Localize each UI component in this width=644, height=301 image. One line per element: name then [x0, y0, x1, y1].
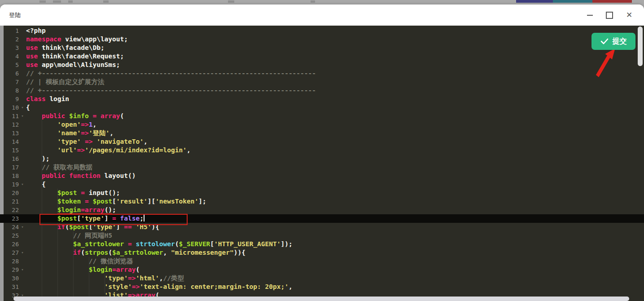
line-number: 30 [4, 274, 19, 283]
code-line[interactable]: 18 public function layout() [0, 172, 644, 180]
vertical-scrollbar[interactable] [638, 27, 643, 66]
code-line[interactable]: 5use app\model\AliyunSms; [0, 61, 644, 69]
close-icon: ✕ [626, 11, 632, 19]
code-text: // 获取布局数据 [26, 163, 92, 172]
line-number: 4 [4, 52, 19, 61]
code-line[interactable]: 3use think\facade\Db; [0, 44, 644, 52]
submit-button[interactable]: 提交 [591, 33, 635, 50]
fold-spacer [19, 69, 26, 78]
code-token: => [81, 121, 88, 128]
code-token: $token [57, 198, 81, 205]
code-line[interactable]: 27▾ if(strpos($a_strtolower, "micromesse… [0, 248, 644, 257]
code-line[interactable]: 2namespace view\app\layout; [0, 35, 644, 44]
fold-arrow-icon[interactable]: ▾ [19, 248, 26, 257]
code-lines[interactable]: 1<?php2namespace view\app\layout;3use th… [0, 27, 644, 300]
code-token: strpos [85, 249, 108, 256]
fold-spacer [19, 283, 26, 291]
code-token: login [46, 95, 69, 102]
red-arrow-annotation [593, 46, 618, 80]
code-line[interactable]: 16 ); [0, 155, 644, 163]
code-line[interactable]: 12 'open'=>1, [0, 120, 644, 129]
fold-spacer [19, 155, 26, 163]
code-token: 'type' [57, 138, 81, 145]
code-token: $post [92, 198, 112, 205]
backdrop-teal-segment [553, 0, 592, 3]
code-line[interactable]: 8// +-----------------------------------… [0, 86, 644, 95]
code-text: use app\model\AliyunSms; [26, 61, 120, 69]
code-line[interactable]: 11▾ public $info = array( [0, 112, 644, 120]
code-token: , [110, 129, 114, 137]
fold-spacer [19, 146, 26, 155]
code-token [26, 266, 89, 273]
fold-arrow-icon[interactable]: ▾ [19, 112, 26, 120]
code-line[interactable]: 14 'type' => 'navigateTo', [0, 137, 644, 146]
code-text: use think\facade\Db; [26, 44, 105, 52]
code-token [26, 172, 42, 179]
code-token: use [26, 61, 38, 68]
code-text: $a_strtolower = strtolower($_SERVER['HTT… [26, 240, 293, 248]
code-line[interactable]: 26 $a_strtolower = strtolower($_SERVER['… [0, 240, 644, 248]
code-line[interactable]: 10▾{ [0, 103, 644, 112]
code-line[interactable]: 21 $token = $post['result']['newsToken']… [0, 197, 644, 206]
code-line[interactable]: 25 // 网页端H5 [0, 231, 644, 240]
code-token: 'open' [57, 121, 81, 128]
code-line[interactable]: 15 'url'=>'/pages/mi/index?id=login', [0, 146, 644, 155]
code-line[interactable]: 29▾ $login=array( [0, 266, 644, 274]
code-token: 'name' [57, 129, 81, 137]
code-token: ( [175, 240, 179, 248]
maximize-button[interactable] [603, 9, 616, 22]
code-editor[interactable]: 1<?php2namespace view\app\layout;3use th… [0, 26, 644, 301]
code-line[interactable]: 28 // 微信浏览器 [0, 257, 644, 266]
code-line[interactable]: 31 'style'=>'text-align: center;margin-t… [0, 283, 644, 291]
close-button[interactable]: ✕ [622, 9, 636, 22]
code-line[interactable]: 19▾ { [0, 180, 644, 189]
fold-spacer [19, 240, 26, 248]
code-token [26, 138, 57, 145]
code-token: ; [112, 206, 116, 213]
code-token: ( [108, 249, 112, 256]
code-token: $login [89, 266, 112, 273]
code-token [26, 129, 57, 137]
code-token [26, 112, 42, 120]
code-token: = [112, 266, 116, 273]
code-token: 'navigateTo' [96, 138, 144, 145]
code-token: 'style' [105, 283, 132, 290]
fold-spacer [19, 78, 26, 86]
code-text: if(strpos($a_strtolower, "micromessenger… [26, 248, 245, 257]
fold-arrow-icon[interactable]: ▾ [19, 266, 26, 274]
code-line[interactable]: 6// +-----------------------------------… [0, 69, 644, 78]
code-token: array [116, 266, 136, 273]
line-number: 3 [4, 44, 19, 52]
code-line[interactable]: 30 'type'=>'html',//类型 [0, 274, 644, 283]
code-token [65, 172, 69, 179]
code-text: $post = input(); [26, 189, 120, 197]
backdrop-mark [103, 0, 109, 3]
code-text: $login=array( [26, 266, 140, 274]
code-token: // 网页端H5 [73, 232, 112, 239]
fold-arrow-icon[interactable]: ▾ [19, 223, 26, 231]
code-line[interactable]: 9class login [0, 95, 644, 103]
code-token: , [163, 249, 171, 256]
code-token: $a_strtolower [112, 249, 163, 256]
line-number: 2 [4, 35, 19, 44]
fold-spacer [19, 52, 26, 61]
horizontal-scrollbar[interactable] [13, 297, 629, 301]
fold-arrow-icon[interactable]: ▾ [19, 180, 26, 189]
code-line[interactable]: 1<?php [0, 27, 644, 35]
code-token: "micromessenger" [171, 249, 234, 256]
code-token: 'result' [116, 198, 148, 205]
fold-arrow-icon[interactable]: ▾ [19, 103, 26, 112]
code-line[interactable]: 22 $login=array(); [0, 206, 644, 214]
code-line[interactable]: 17 // 获取布局数据 [0, 163, 644, 172]
code-token: ( [81, 249, 85, 256]
code-line[interactable]: 20 $post = input(); [0, 189, 644, 197]
code-line[interactable]: 7// | 模板自定义扩展方法 [0, 78, 644, 86]
minimize-button[interactable] [583, 9, 596, 22]
code-line[interactable]: 13 'name'=>'登陆', [0, 129, 644, 137]
code-token: $info [69, 112, 89, 120]
code-token: = [85, 198, 89, 205]
fold-spacer [19, 44, 26, 52]
code-token [26, 240, 73, 248]
code-token: 'text-align: center;margin-top: 20px;' [140, 283, 289, 290]
code-line[interactable]: 4use think\facade\Request; [0, 52, 644, 61]
